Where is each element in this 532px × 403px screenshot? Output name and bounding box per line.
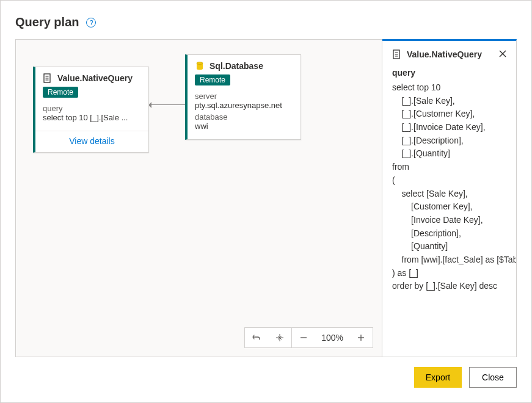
- database-icon: [195, 61, 205, 71]
- node-body: server pty.sql.azuresynapse.net database…: [188, 92, 301, 139]
- close-icon[interactable]: [499, 49, 506, 59]
- content-area: Value.NativeQuery Remote query select to…: [15, 39, 517, 357]
- node-body: query select top 10 [_].[Sale ...: [35, 104, 148, 131]
- script-icon: [43, 73, 53, 83]
- minus-icon: [299, 333, 308, 342]
- dialog-footer: Export Close: [15, 357, 517, 388]
- node-title: Value.NativeQuery: [57, 73, 133, 83]
- query-preview: select top 10 [_].[Sale ...: [43, 113, 141, 122]
- plan-canvas[interactable]: Value.NativeQuery Remote query select to…: [15, 39, 382, 357]
- details-query-label: query: [392, 68, 506, 78]
- zoom-out-button[interactable]: [292, 328, 315, 347]
- zoom-controls: 100%: [244, 327, 373, 348]
- node-header: Value.NativeQuery: [35, 67, 148, 87]
- fit-button[interactable]: [268, 328, 291, 347]
- help-icon[interactable]: ?: [86, 18, 96, 27]
- database-label: database: [195, 112, 293, 122]
- plus-icon: [357, 333, 365, 342]
- details-header: Value.NativeQuery: [392, 49, 506, 59]
- remote-badge: Remote: [195, 74, 230, 85]
- node-title: Sql.Database: [210, 61, 263, 71]
- plan-node-native-query[interactable]: Value.NativeQuery Remote query select to…: [33, 67, 149, 153]
- query-label: query: [43, 104, 141, 113]
- undo-button[interactable]: [245, 328, 268, 347]
- details-panel: Value.NativeQuery query select top 10 [_…: [382, 39, 517, 357]
- undo-icon: [252, 333, 261, 343]
- view-details-link[interactable]: View details: [35, 131, 148, 152]
- fit-icon: [275, 333, 285, 343]
- close-button[interactable]: Close: [469, 367, 517, 388]
- dialog-header: Query plan ?: [15, 15, 517, 29]
- zoom-percent: 100%: [315, 328, 349, 347]
- plan-edge: [149, 104, 185, 105]
- database-value: wwi: [195, 122, 293, 131]
- export-button[interactable]: Export: [414, 367, 462, 388]
- query-plan-dialog: Query plan ? Value.NativeQuery Remote qu…: [0, 0, 532, 403]
- script-icon: [392, 49, 402, 59]
- plan-node-sql-database[interactable]: Sql.Database Remote server pty.sql.azure…: [185, 54, 301, 140]
- details-title: Value.NativeQuery: [407, 49, 482, 59]
- details-query-text: select top 10 [_].[Sale Key], [_].[Custo…: [392, 81, 506, 293]
- server-label: server: [195, 92, 293, 101]
- server-value: pty.sql.azuresynapse.net: [195, 101, 293, 110]
- dialog-title: Query plan: [15, 15, 79, 29]
- node-header: Sql.Database: [188, 55, 301, 74]
- zoom-in-button[interactable]: [349, 328, 373, 347]
- remote-badge: Remote: [43, 87, 78, 98]
